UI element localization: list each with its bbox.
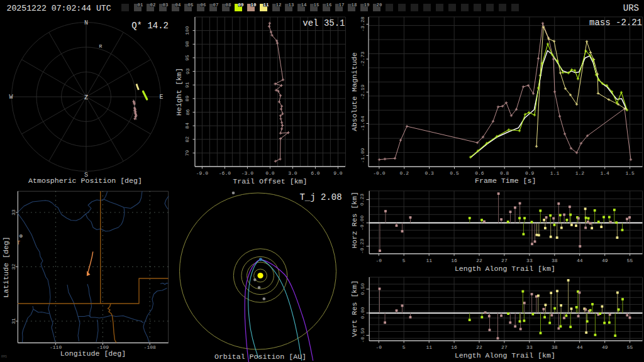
svg-text:Trail Offset [km]: Trail Offset [km] [233, 177, 307, 185]
svg-text:Height [km]: Height [km] [175, 68, 183, 116]
svg-text:0.50: 0.50 [360, 283, 365, 295]
svg-text:49: 49 [602, 344, 608, 350]
svg-text:5: 5 [402, 344, 406, 350]
svg-text:0.8: 0.8 [500, 170, 509, 176]
svg-text:Q* 14.2: Q* 14.2 [131, 21, 169, 31]
svg-text:31: 31 [11, 318, 16, 324]
svg-text:0.9: 0.9 [525, 170, 535, 176]
svg-text:07: 07 [213, 3, 219, 8]
svg-text:20251222 07:02:44 UTC: 20251222 07:02:44 UTC [7, 4, 111, 13]
svg-text:-0.23: -0.23 [360, 239, 365, 254]
svg-text:-9.0: -9.0 [196, 170, 208, 176]
svg-text:Z: Z [84, 94, 88, 101]
svg-text:79: 79 [185, 150, 191, 156]
svg-text:3.0: 3.0 [288, 170, 297, 176]
svg-text:9.0: 9.0 [333, 170, 343, 176]
svg-text:N: N [84, 19, 88, 26]
svg-text:-6.0: -6.0 [219, 170, 231, 176]
svg-text:38: 38 [552, 258, 558, 263]
svg-text:12: 12 [276, 3, 282, 8]
svg-text:E: E [159, 94, 163, 101]
svg-text:33: 33 [526, 258, 533, 263]
svg-text:10: 10 [251, 3, 257, 8]
svg-text:55: 55 [627, 258, 633, 263]
svg-text:T: T [17, 240, 20, 246]
svg-text:38: 38 [552, 344, 558, 350]
svg-text:Atmospheric Position [deg]: Atmospheric Position [deg] [28, 177, 142, 185]
svg-text:11: 11 [264, 3, 269, 8]
svg-text:100: 100 [185, 26, 191, 35]
svg-text:Longitude [deg]: Longitude [deg] [60, 349, 126, 358]
svg-text:13: 13 [289, 3, 294, 8]
svg-text:0.6: 0.6 [475, 170, 484, 176]
svg-text:82: 82 [185, 136, 191, 143]
svg-text:0.00: 0.00 [360, 307, 365, 319]
svg-text:T_j 2.08: T_j 2.08 [299, 192, 341, 202]
svg-text:06: 06 [201, 3, 206, 8]
svg-text:0.2: 0.2 [400, 170, 409, 176]
svg-text:1.2: 1.2 [575, 170, 585, 176]
svg-text:33: 33 [526, 344, 533, 350]
svg-text:-0.50: -0.50 [360, 327, 365, 343]
svg-text:⊕: ⊕ [19, 233, 23, 239]
svg-text:R: R [99, 43, 103, 49]
svg-text:11: 11 [426, 258, 432, 263]
svg-text:1.5: 1.5 [625, 170, 635, 176]
svg-text:09: 09 [238, 3, 244, 8]
svg-text:15: 15 [314, 3, 319, 8]
svg-text:22: 22 [476, 344, 482, 350]
svg-text:55: 55 [627, 344, 633, 350]
svg-text:Length Along Trail [km]: Length Along Trail [km] [455, 351, 555, 359]
svg-text:08: 08 [226, 3, 231, 8]
svg-text:16: 16 [451, 258, 457, 263]
svg-text:22: 22 [476, 258, 482, 263]
svg-text:-1.64: -1.64 [360, 116, 365, 131]
svg-text:W: W [9, 94, 13, 101]
svg-text:11: 11 [426, 344, 432, 350]
svg-text:5: 5 [402, 258, 406, 263]
svg-text:-108: -108 [144, 344, 156, 350]
svg-text:18: 18 [352, 3, 357, 8]
svg-text:17: 17 [339, 3, 345, 8]
svg-text:03: 03 [163, 3, 169, 8]
svg-text:0.5: 0.5 [450, 170, 459, 176]
svg-text:19: 19 [364, 3, 370, 8]
svg-text:44: 44 [577, 258, 583, 263]
svg-text:URS: URS [623, 3, 639, 13]
svg-text:14: 14 [301, 3, 307, 8]
svg-text:44: 44 [577, 344, 583, 350]
svg-text:0.0: 0.0 [265, 170, 275, 176]
svg-text:16: 16 [451, 344, 457, 350]
svg-text:01: 01 [138, 3, 143, 8]
svg-text:27: 27 [501, 344, 508, 350]
svg-text:Absolute Magnitude: Absolute Magnitude [350, 52, 358, 131]
svg-text:RMS: RMS [1, 355, 7, 359]
svg-text:32: 32 [11, 264, 16, 270]
svg-text:-2.19: -2.19 [360, 84, 365, 99]
svg-text:-3.0: -3.0 [242, 170, 253, 176]
svg-text:49: 49 [602, 258, 608, 263]
svg-text:-0: -0 [375, 344, 382, 350]
svg-text:16: 16 [326, 3, 332, 8]
svg-text:-0.00: -0.00 [360, 216, 365, 231]
svg-text:98: 98 [185, 41, 191, 47]
svg-text:27: 27 [501, 258, 508, 263]
svg-text:-0: -0 [375, 258, 382, 263]
svg-text:02: 02 [150, 3, 156, 8]
svg-text:vel 35.1: vel 35.1 [303, 18, 345, 28]
svg-text:95: 95 [185, 55, 191, 61]
svg-text:-2.73: -2.73 [360, 52, 365, 67]
svg-text:Vert Res [km]: Vert Res [km] [350, 280, 358, 337]
svg-text:84: 84 [185, 123, 191, 129]
svg-text:86: 86 [185, 109, 191, 116]
svg-text:1.4: 1.4 [600, 170, 609, 176]
svg-text:Latitude [deg]: Latitude [deg] [2, 236, 10, 297]
svg-text:Horz Res [km]: Horz Res [km] [350, 192, 358, 248]
svg-text:-0.0: -0.0 [373, 170, 385, 176]
svg-text:0.23: 0.23 [360, 194, 365, 206]
svg-text:04: 04 [175, 3, 181, 8]
svg-text:1.1: 1.1 [550, 170, 560, 176]
svg-text:6.0: 6.0 [311, 170, 320, 176]
svg-text:93: 93 [185, 69, 191, 75]
svg-text:-3.28: -3.28 [360, 16, 365, 31]
